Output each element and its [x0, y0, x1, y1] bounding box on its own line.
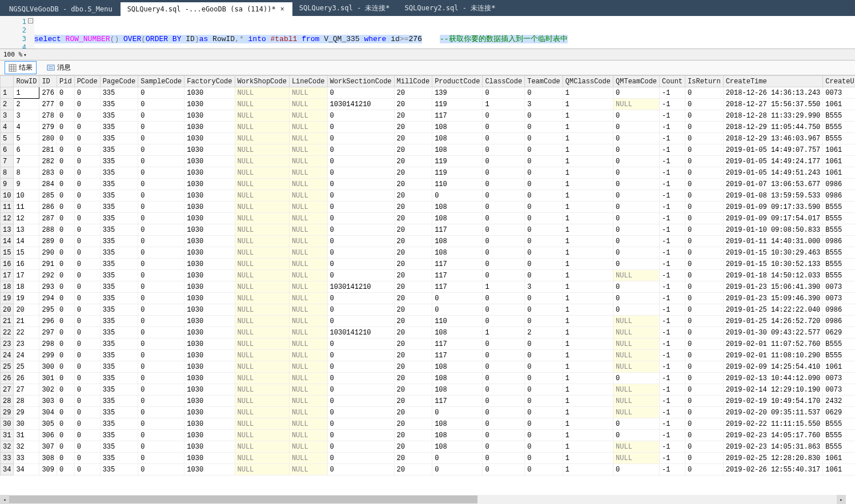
cell[interactable]: 0 [525, 87, 563, 99]
cell[interactable]: 0 [74, 201, 100, 213]
cell[interactable]: 0 [138, 179, 184, 190]
cell[interactable]: NULL [613, 350, 660, 361]
cell[interactable]: 30 [14, 418, 39, 430]
cell[interactable]: 1 [563, 133, 613, 144]
cell[interactable]: NULL [289, 236, 327, 247]
cell[interactable]: 295 [39, 304, 57, 316]
cell[interactable]: 0 [613, 430, 660, 441]
cell[interactable]: 0 [138, 236, 184, 247]
row-number[interactable]: 30 [1, 418, 14, 430]
cell[interactable]: 0 [138, 293, 184, 304]
cell[interactable]: 1 [563, 407, 613, 418]
cell[interactable]: 108 [432, 213, 483, 224]
cell[interactable]: 0 [613, 179, 660, 190]
cell[interactable]: 0 [74, 281, 100, 293]
cell[interactable]: 0986 [823, 236, 855, 247]
cell[interactable]: 1030 [184, 430, 235, 441]
cell[interactable]: 0 [74, 133, 100, 144]
cell[interactable]: 0 [138, 87, 184, 99]
cell[interactable]: 296 [39, 316, 57, 327]
cell[interactable]: NULL [289, 270, 327, 281]
cell[interactable]: 0 [327, 201, 394, 213]
tab-messages[interactable]: 消息 [43, 62, 74, 74]
cell[interactable]: 0 [74, 144, 100, 156]
cell[interactable]: -1 [660, 327, 685, 338]
cell[interactable]: 292 [39, 270, 57, 281]
cell[interactable]: 108 [432, 122, 483, 133]
cell[interactable]: B555 [823, 122, 855, 133]
cell[interactable]: NULL [289, 201, 327, 213]
row-number[interactable]: 23 [1, 338, 14, 350]
cell[interactable]: 0 [57, 396, 75, 407]
cell[interactable]: 5 [14, 133, 39, 144]
cell[interactable]: 0 [525, 373, 563, 384]
cell[interactable]: NULL [289, 133, 327, 144]
cell[interactable]: NULL [235, 430, 289, 441]
cell[interactable]: 2019-01-25 14:22:22.040 [723, 304, 823, 316]
cell[interactable]: 0 [74, 293, 100, 304]
cell[interactable]: 0 [525, 464, 563, 475]
cell[interactable]: 335 [100, 316, 138, 327]
cell[interactable]: -1 [660, 213, 685, 224]
cell[interactable]: NULL [235, 99, 289, 110]
cell[interactable]: 0 [74, 396, 100, 407]
cell[interactable]: 0 [613, 418, 660, 430]
cell[interactable]: 335 [100, 87, 138, 99]
cell[interactable]: 278 [39, 110, 57, 122]
cell[interactable]: 0 [432, 407, 483, 418]
cell[interactable]: B555 [823, 224, 855, 236]
cell[interactable]: 2019-02-26 12:55:40.317 [723, 464, 823, 475]
cell[interactable]: 2019-02-22 11:11:15.550 [723, 418, 823, 430]
column-header[interactable]: RowID [14, 76, 39, 87]
cell[interactable]: 0 [138, 464, 184, 475]
cell[interactable]: 2019-01-07 13:06:53.677 [723, 179, 823, 190]
cell[interactable]: 0 [57, 201, 75, 213]
cell[interactable]: 0 [327, 373, 394, 384]
cell[interactable]: 0 [432, 190, 483, 201]
cell[interactable]: 0 [327, 213, 394, 224]
cell[interactable]: 0 [483, 156, 525, 167]
cell[interactable]: 0 [74, 316, 100, 327]
table-row[interactable]: 20202950033501030NULLNULL02000010-102019… [1, 304, 856, 316]
cell[interactable]: 108 [432, 361, 483, 373]
cell[interactable]: 27 [14, 384, 39, 396]
cell[interactable]: 17 [14, 270, 39, 281]
cell[interactable]: 20 [394, 167, 432, 179]
row-number[interactable]: 32 [1, 441, 14, 453]
cell[interactable]: 1061 [823, 361, 855, 373]
cell[interactable]: 1 [563, 99, 613, 110]
column-header[interactable]: PCode [74, 76, 100, 87]
cell[interactable]: 119 [432, 156, 483, 167]
cell[interactable]: -1 [660, 407, 685, 418]
cell[interactable]: 0 [327, 87, 394, 99]
table-row[interactable]: 19192940033501030NULLNULL02000010-102019… [1, 293, 856, 304]
sql-editor[interactable]: 1− 2 3 4 select ROW_NUMBER() OVER(ORDER … [0, 16, 855, 49]
cell[interactable]: 110 [432, 179, 483, 190]
cell[interactable]: 281 [39, 144, 57, 156]
row-number[interactable]: 14 [1, 236, 14, 247]
cell[interactable]: 0 [327, 407, 394, 418]
cell[interactable]: 2019-01-10 09:08:50.833 [723, 224, 823, 236]
cell[interactable]: 0 [483, 87, 525, 99]
column-header[interactable]: ID [39, 76, 57, 87]
cell[interactable]: 1030 [184, 247, 235, 259]
cell[interactable]: 0 [138, 213, 184, 224]
cell[interactable]: NULL [235, 418, 289, 430]
cell[interactable]: 308 [39, 453, 57, 464]
cell[interactable]: 0986 [823, 190, 855, 201]
cell[interactable]: 0 [685, 247, 724, 259]
cell[interactable]: 1061 [823, 453, 855, 464]
cell[interactable]: 335 [100, 110, 138, 122]
column-header[interactable]: Count [660, 76, 685, 87]
cell[interactable]: 0 [138, 110, 184, 122]
cell[interactable]: 28 [14, 396, 39, 407]
cell[interactable]: -1 [660, 281, 685, 293]
cell[interactable]: 0 [483, 213, 525, 224]
cell[interactable]: NULL [289, 110, 327, 122]
cell[interactable]: 0 [57, 236, 75, 247]
cell[interactable]: 1030 [184, 87, 235, 99]
cell[interactable]: -1 [660, 156, 685, 167]
cell[interactable]: 2018-12-27 15:56:37.550 [723, 99, 823, 110]
cell[interactable]: 1030141210 [327, 99, 394, 110]
cell[interactable]: 0 [57, 464, 75, 475]
